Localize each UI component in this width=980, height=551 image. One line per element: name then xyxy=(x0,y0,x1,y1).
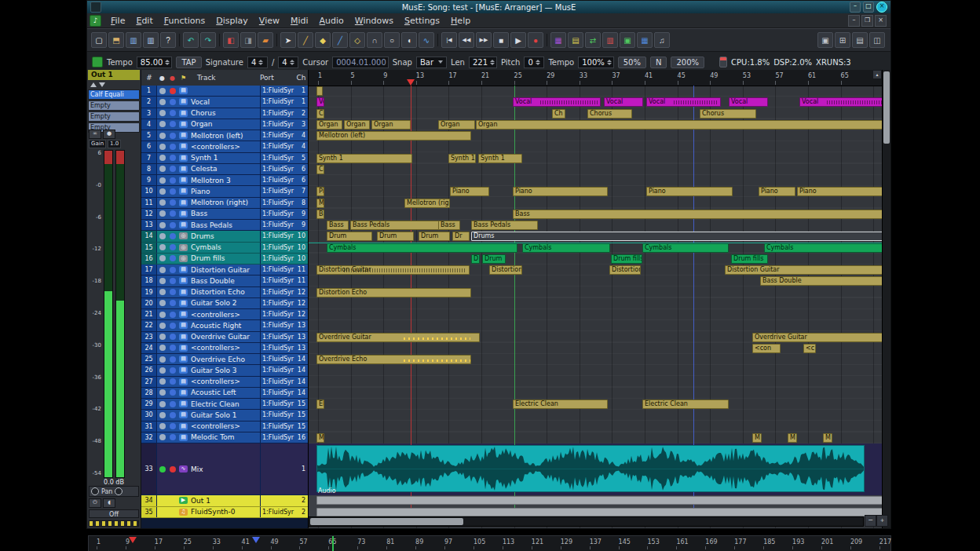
menu-view[interactable]: View xyxy=(254,15,285,27)
bottom-blue-marker[interactable] xyxy=(252,537,260,543)
track-arm-icon[interactable] xyxy=(157,254,167,264)
part[interactable]: Vocal xyxy=(729,97,768,107)
part[interactable]: M xyxy=(752,433,762,443)
track-mute-icon[interactable] xyxy=(167,254,177,264)
mdi-restore-icon[interactable]: ❒ xyxy=(861,15,873,27)
track-name[interactable]: Guitar Solo 1 xyxy=(189,410,260,420)
track-arm-icon[interactable] xyxy=(157,276,167,286)
track-row[interactable]: 12▤Bass1:FluidSyr9 xyxy=(141,209,308,220)
track-mute-icon[interactable] xyxy=(167,298,177,308)
play-icon[interactable]: ▶ xyxy=(510,32,526,48)
track-port[interactable]: 1:FluidSyr xyxy=(260,243,294,253)
menu-midi[interactable]: Midi xyxy=(285,15,314,27)
track-mute-icon[interactable] xyxy=(167,153,177,163)
track-mute-icon[interactable] xyxy=(167,309,177,319)
track-row[interactable]: 5▤Mellotron (left)1:FluidSyr4 xyxy=(141,130,308,141)
part[interactable]: Organ xyxy=(371,120,411,130)
cursor-position-field[interactable]: 0004.01.000 xyxy=(332,57,389,68)
part[interactable]: Distortion Guitar xyxy=(316,265,470,275)
part[interactable]: Drum fills xyxy=(731,254,768,264)
track-name[interactable]: Overdrive Echo xyxy=(189,354,260,364)
track-port[interactable]: 1:FluidSyr xyxy=(260,388,294,398)
track-arm-icon[interactable] xyxy=(157,153,167,163)
part[interactable]: Bass xyxy=(513,210,882,219)
stop-icon[interactable]: ■ xyxy=(493,32,509,48)
track-row[interactable]: 30▤Guitar Solo 11:FluidSyr15 xyxy=(141,410,308,421)
track-port[interactable]: 1:FluidSyr xyxy=(260,119,294,130)
part[interactable]: Bass xyxy=(438,221,460,230)
magnet-tool-icon[interactable]: ∩ xyxy=(367,32,382,48)
pan-knob-icon[interactable] xyxy=(91,487,99,495)
big-time-ruler[interactable]: 1917253341495765738189971051131211291371… xyxy=(88,535,891,551)
part[interactable]: D xyxy=(471,254,480,264)
track-port[interactable]: 1:FluidSyr xyxy=(260,265,294,275)
open-file-icon[interactable]: ⬒ xyxy=(108,32,124,48)
track-port[interactable]: 1:FluidSyr xyxy=(260,86,294,96)
mastertrack-icon[interactable]: ▥ xyxy=(602,32,618,48)
track-name[interactable]: Overdrive Guitar xyxy=(189,332,260,342)
track-name[interactable]: Melodic Tom xyxy=(189,432,260,443)
part[interactable]: Drum xyxy=(419,232,450,241)
track-mute-icon[interactable] xyxy=(167,410,177,420)
part[interactable]: Distortion xyxy=(489,265,522,275)
track-arm-icon[interactable] xyxy=(157,231,167,241)
track-arm-icon[interactable] xyxy=(157,507,167,517)
part[interactable]: Distortion Echo xyxy=(316,288,471,297)
normalize-button[interactable]: N xyxy=(650,57,667,68)
track-arm-icon[interactable] xyxy=(157,108,167,119)
part[interactable]: Ba xyxy=(316,210,324,219)
menu-functions[interactable]: Functions xyxy=(159,15,211,27)
part[interactable]: <c xyxy=(803,344,816,353)
horizontal-scroll-handle[interactable] xyxy=(310,518,463,525)
track-mute-icon[interactable] xyxy=(167,209,177,219)
mute-column-icon[interactable]: ● xyxy=(167,75,177,82)
forward-icon[interactable]: ▶▶ xyxy=(476,32,492,48)
track-name[interactable]: Guitar Solo 2 xyxy=(189,298,260,308)
metronome-led-icon[interactable] xyxy=(92,57,103,68)
track-arm-icon[interactable] xyxy=(157,399,167,409)
track-name[interactable]: Celesta xyxy=(189,164,260,174)
track-port[interactable]: 1:FluidSyr xyxy=(260,320,294,330)
track-name[interactable]: Acoustic Right xyxy=(189,320,260,330)
track-arm-icon[interactable] xyxy=(157,164,167,174)
track-row[interactable]: 14◎Drums1:FluidSyr10 xyxy=(141,231,308,242)
part[interactable]: Overdrive Guitar xyxy=(752,333,882,342)
pan-knob2-icon[interactable] xyxy=(115,487,122,495)
track-arm-icon[interactable] xyxy=(157,309,167,319)
track-name[interactable]: Drum fills xyxy=(189,254,260,264)
signature-denominator-spinbox[interactable]: 4 xyxy=(278,57,298,68)
track-mute-icon[interactable] xyxy=(167,388,177,398)
menu-windows[interactable]: Windows xyxy=(349,15,399,27)
track-port[interactable]: 1:FluidSyr xyxy=(260,97,294,107)
record-arm-icon[interactable]: ● xyxy=(103,130,115,139)
track-arm-icon[interactable] xyxy=(157,97,167,107)
track-arm-icon[interactable] xyxy=(157,198,167,208)
pencil-tool-icon[interactable]: ╱ xyxy=(298,32,313,48)
zoom-in-icon[interactable]: ＋ xyxy=(876,515,888,527)
track-mute-icon[interactable] xyxy=(167,175,177,185)
keyboard-icon[interactable]: ♫ xyxy=(654,32,670,48)
track-row[interactable]: 9▤Mellotron 31:FluidSyr6 xyxy=(141,175,308,186)
record-icon[interactable]: ● xyxy=(528,32,543,48)
save-as-icon[interactable]: ▥ xyxy=(143,32,159,48)
part[interactable]: Organ xyxy=(476,120,882,130)
track-row[interactable]: 13▤Bass Pedals1:FluidSyr9 xyxy=(141,220,308,231)
mixdown-icon[interactable]: ▣ xyxy=(620,32,635,48)
part[interactable]: Piano xyxy=(797,187,882,196)
track-row[interactable]: 35♫FluidSynth-01:FluidSyr2 xyxy=(141,507,308,518)
part[interactable]: Overdrive Guitar xyxy=(316,333,480,342)
track-arm-icon[interactable] xyxy=(157,365,167,375)
track-mute-icon[interactable] xyxy=(167,265,177,275)
track-mute-icon[interactable] xyxy=(167,130,177,140)
maximize-icon[interactable]: □ xyxy=(863,2,874,13)
track-mute-icon[interactable] xyxy=(167,421,177,432)
track-mute-icon[interactable] xyxy=(167,507,177,517)
zoom-200-button[interactable]: 200% xyxy=(671,57,704,68)
track-mute-icon[interactable] xyxy=(167,186,177,196)
track-name[interactable]: Organ xyxy=(189,119,260,130)
stereo-link-icon[interactable]: ∞ xyxy=(89,130,101,139)
menu-file[interactable]: File xyxy=(105,15,130,27)
draw-brush-icon[interactable]: ▰ xyxy=(258,32,273,48)
track-mute-icon[interactable] xyxy=(167,141,177,151)
part[interactable]: Electric Clean xyxy=(642,400,729,409)
